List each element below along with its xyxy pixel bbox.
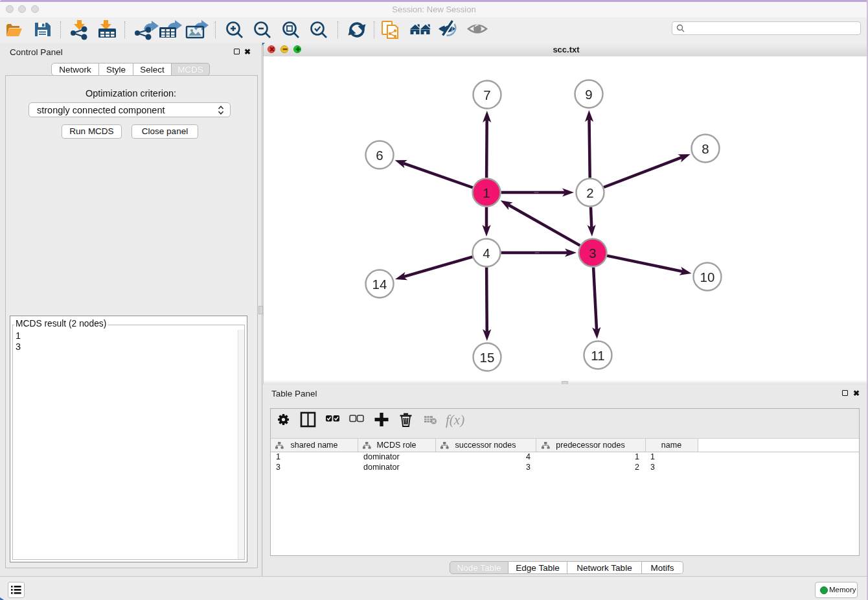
- svg-text:8: 8: [702, 141, 709, 156]
- svg-text:f(x): f(x): [446, 412, 464, 428]
- svg-text:14: 14: [372, 277, 387, 292]
- svg-text:4: 4: [483, 246, 490, 260]
- svg-text:6: 6: [376, 148, 383, 163]
- svg-text:11: 11: [591, 348, 604, 363]
- svg-text:1: 1: [483, 185, 490, 200]
- svg-text:9: 9: [585, 87, 592, 102]
- svg-text:15: 15: [480, 350, 495, 365]
- svg-text:2: 2: [586, 185, 593, 200]
- svg-text:7: 7: [483, 87, 490, 102]
- svg-text:10: 10: [700, 270, 715, 284]
- svg-text:3: 3: [589, 246, 596, 260]
